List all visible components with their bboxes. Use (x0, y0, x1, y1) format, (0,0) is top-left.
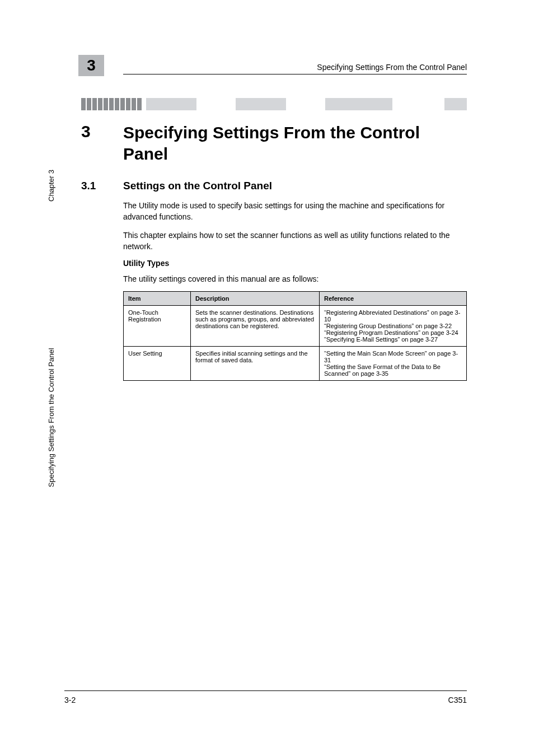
decorative-bar (81, 98, 467, 110)
paragraph: The Utility mode is used to specify basi… (123, 200, 467, 223)
page: 3 Specifying Settings From the Control P… (0, 0, 534, 756)
footer-model: C351 (448, 696, 467, 704)
table-header-row: Item Description Reference (124, 292, 467, 306)
table-row: User Setting Specifies initial scanning … (124, 347, 467, 381)
content-column: 3 Specifying Settings From the Control P… (81, 122, 467, 381)
cell-reference: “Setting the Main Scan Mode Screen” on p… (320, 347, 467, 381)
chapter-heading-title: Specifying Settings From the Control Pan… (123, 122, 467, 164)
sidebar-chapter-label: Chapter 3 (47, 170, 55, 202)
footer-rule (64, 690, 467, 691)
section-heading: 3.1 Settings on the Control Panel (81, 180, 467, 192)
sidebar-section-label: Specifying Settings From the Control Pan… (47, 348, 55, 487)
chapter-heading-number: 3 (81, 122, 123, 141)
running-header: Specifying Settings From the Control Pan… (317, 63, 467, 72)
col-description: Description (191, 292, 320, 306)
cell-item: One-Touch Registration (124, 306, 191, 347)
col-reference: Reference (320, 292, 467, 306)
cell-description: Specifies initial scanning settings and … (191, 347, 320, 381)
utility-types-table: Item Description Reference One-Touch Reg… (123, 291, 467, 381)
col-item: Item (124, 292, 191, 306)
cell-description: Sets the scanner destinations. Destinati… (191, 306, 320, 347)
table-row: One-Touch Registration Sets the scanner … (124, 306, 467, 347)
subheading-utility-types: Utility Types (123, 259, 467, 268)
section-heading-number: 3.1 (81, 180, 123, 192)
section-heading-title: Settings on the Control Panel (123, 180, 272, 192)
body-block: The Utility mode is used to specify basi… (123, 200, 467, 381)
paragraph: This chapter explains how to set the sca… (123, 230, 467, 253)
chapter-number: 3 (87, 57, 96, 74)
chapter-heading: 3 Specifying Settings From the Control P… (81, 122, 467, 164)
paragraph: The utility settings covered in this man… (123, 273, 467, 284)
cell-item: User Setting (124, 347, 191, 381)
footer-page-number: 3-2 (64, 696, 76, 704)
header-rule (123, 74, 467, 74)
cell-reference: “Registering Abbreviated Destinations” o… (320, 306, 467, 347)
chapter-number-badge: 3 (78, 55, 104, 76)
